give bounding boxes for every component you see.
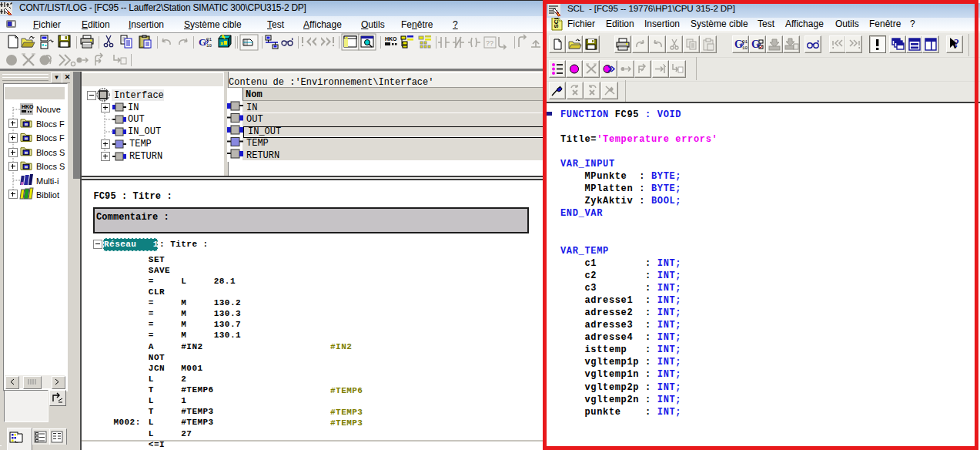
svg-text:01: 01: [206, 37, 212, 42]
svg-text:HKO: HKO: [385, 36, 397, 42]
svg-text:10: 10: [742, 45, 748, 51]
svg-text:HKO: HKO: [22, 104, 34, 109]
svg-text:01: 01: [742, 39, 748, 45]
svg-text:??: ??: [486, 39, 493, 47]
svg-text:10: 10: [206, 43, 212, 49]
svg-text:SCL: SCL: [553, 18, 560, 29]
svg-text:?: ?: [954, 38, 959, 49]
